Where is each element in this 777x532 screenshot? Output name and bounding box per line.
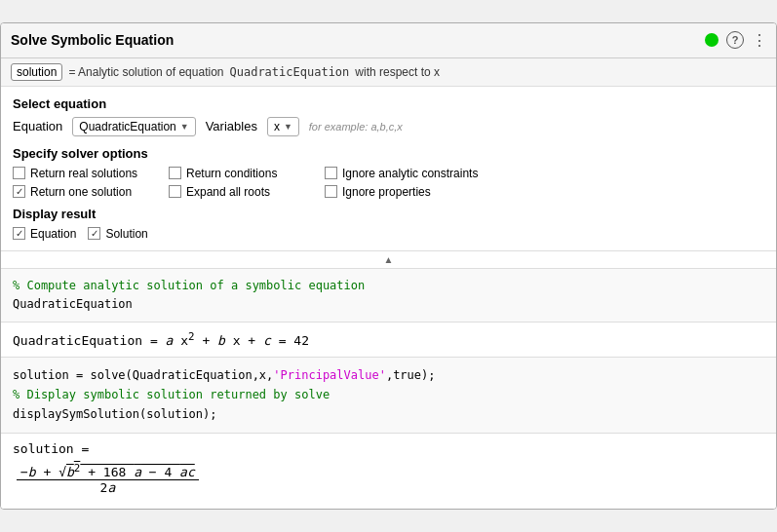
math-equation: QuadraticEquation = a x2 + b x + c = 42 [13,330,764,348]
display-row: Equation Solution [13,227,764,241]
solver-options: Specify solver options Return real solut… [13,146,764,199]
variables-dropdown-value: x [274,120,280,133]
option-return-conditions-label: Return conditions [186,167,277,180]
option-ignore-analytic: Ignore analytic constraints [325,167,520,180]
subtitle-text2: with respect to x [355,65,440,79]
example-text: for example: a,b,c,x [309,121,403,133]
checkbox-return-real[interactable] [13,167,25,179]
display-result-label: Display result [13,207,764,221]
option-return-conditions: Return conditions [169,167,325,180]
option-return-real-label: Return real solutions [30,167,137,180]
display-result-section: Display result Equation Solution [13,207,764,241]
equation-label: Equation [13,119,62,133]
checkbox-expand-roots[interactable] [169,185,181,198]
title-bar-right: ? ⋮ [705,31,766,50]
option-return-one: Return one solution [13,185,169,199]
subtitle-bar: solution = Analytic solution of equation… [1,58,776,87]
option-return-one-label: Return one solution [30,185,132,199]
checkbox-return-one[interactable] [13,185,25,198]
solve-line-2: displaySymSolution(solution); [13,404,764,424]
option-disp-equation: Equation [13,227,76,241]
checkbox-disp-equation[interactable] [13,227,25,240]
select-equation-label: Select equation [13,96,764,111]
option-disp-solution-label: Solution [105,227,147,241]
math-block: QuadraticEquation = a x2 + b x + c = 42 [1,323,776,357]
title-bar: Solve Symbolic Equation ? ⋮ [1,23,776,58]
option-expand-roots: Expand all roots [169,185,325,199]
equation-dropdown-value: QuadraticEquation [79,120,175,133]
menu-button[interactable]: ⋮ [752,31,766,50]
solve-string-val: 'PrincipalValue' [273,368,386,382]
option-ignore-props: Ignore properties [325,185,520,199]
variables-label: Variables [206,119,257,133]
title-bar-left: Solve Symbolic Equation [11,32,174,48]
chevron-down-icon: ▼ [180,122,189,132]
window-title: Solve Symbolic Equation [11,32,174,48]
variables-dropdown[interactable]: x ▼ [267,117,299,136]
solve-comment: % Display symbolic solution returned by … [13,385,764,404]
solution-fraction: −b + √b2 + 168 a − 4 ac 2a [13,462,764,495]
collapse-arrow[interactable]: ▲ [1,251,776,269]
checkbox-ignore-analytic[interactable] [325,167,337,179]
fraction-numerator: −b + √b2 + 168 a − 4 ac [17,462,199,480]
equation-row: Equation QuadraticEquation ▼ Variables x… [13,117,764,136]
solve-line-1: solution = solve(QuadraticEquation,x,'Pr… [13,365,764,385]
option-disp-solution: Solution [88,227,147,241]
solution-label: solution = [13,441,764,456]
checkbox-ignore-props[interactable] [325,185,337,198]
solve-code-prefix: solution = solve(QuadraticEquation,x, [13,368,273,382]
solution-badge: solution [11,63,62,81]
option-ignore-analytic-label: Ignore analytic constraints [342,167,478,180]
solution-section: solution = −b + √b2 + 168 a − 4 ac 2a [1,434,776,509]
main-window: Solve Symbolic Equation ? ⋮ solution = A… [0,22,777,510]
subtitle-text: = Analytic solution of equation [68,65,223,79]
option-return-real: Return real solutions [13,167,169,180]
equation-dropdown[interactable]: QuadraticEquation ▼ [72,117,195,136]
option-disp-equation-label: Equation [30,227,76,241]
chevron-down-icon2: ▼ [284,122,292,132]
status-dot [705,33,719,47]
solve-section: solution = solve(QuadraticEquation,x,'Pr… [1,358,776,434]
checkbox-disp-solution[interactable] [88,227,100,240]
option-ignore-props-label: Ignore properties [342,185,431,199]
solver-options-label: Specify solver options [13,146,764,161]
option-expand-roots-label: Expand all roots [186,185,270,199]
fraction-denominator: 2a [97,480,120,495]
code-line-1: QuadraticEquation [13,295,764,314]
fraction: −b + √b2 + 168 a − 4 ac 2a [17,462,199,495]
solve-code-suffix: ,true); [386,368,436,382]
content-area: Select equation Equation QuadraticEquati… [1,87,776,251]
solution-fraction-container: −b + √b2 + 168 a − 4 ac 2a [13,462,199,495]
code-block-1: % Compute analytic solution of a symboli… [1,269,776,323]
code-comment-1: % Compute analytic solution of a symboli… [13,277,764,295]
help-button[interactable]: ? [726,31,744,49]
checkbox-return-conditions[interactable] [169,167,181,179]
options-grid: Return real solutions Return conditions … [13,167,764,199]
math-equation-text: QuadraticEquation = a x2 + b x + c = 42 [13,330,309,348]
subtitle-code: QuadraticEquation [230,65,350,79]
